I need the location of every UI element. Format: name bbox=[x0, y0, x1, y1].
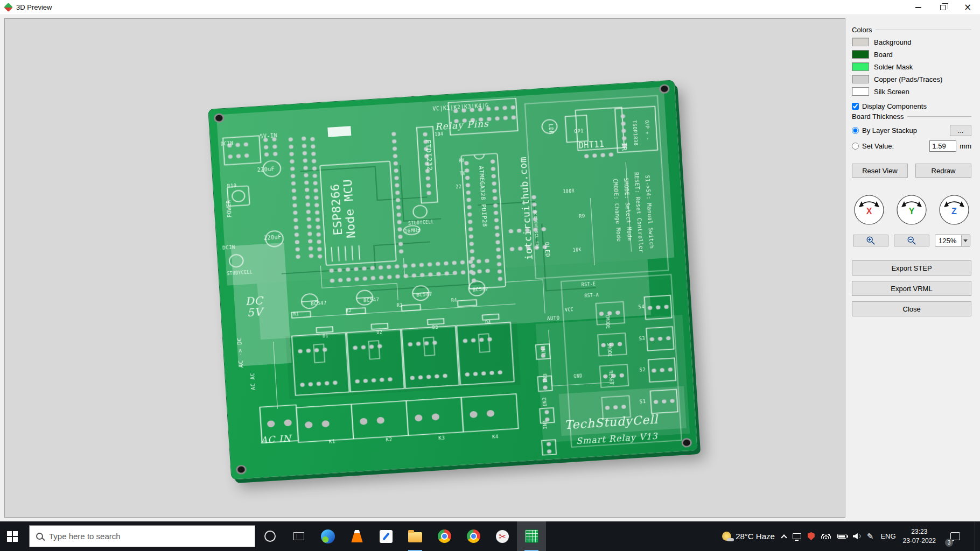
screen: 3D Preview × bbox=[0, 0, 980, 551]
redraw-button[interactable]: Redraw bbox=[915, 164, 971, 178]
clock-date: 23-07-2022 bbox=[903, 536, 936, 545]
weather-condition: Haze bbox=[756, 532, 775, 541]
battery-icon[interactable] bbox=[837, 534, 846, 539]
notification-badge: 3 bbox=[945, 539, 953, 547]
restore-button[interactable] bbox=[930, 0, 955, 15]
wifi-icon[interactable] bbox=[821, 534, 831, 539]
board-color-swatch[interactable] bbox=[852, 50, 869, 59]
color-label: Copper (Pads/Traces) bbox=[874, 75, 942, 83]
color-row-silk-screen: Silk Screen bbox=[852, 87, 971, 96]
pen-icon[interactable] bbox=[867, 532, 874, 541]
minimize-button[interactable] bbox=[906, 0, 930, 15]
paint-taskbar-button[interactable] bbox=[372, 521, 401, 551]
display-components-checkbox[interactable] bbox=[852, 103, 859, 110]
vlc-media-player-taskbar-button[interactable] bbox=[342, 521, 372, 551]
solder-mask-color-swatch[interactable] bbox=[852, 62, 869, 71]
chrome-profile-2-taskbar-button[interactable] bbox=[459, 521, 488, 551]
cortana-button[interactable] bbox=[255, 521, 284, 551]
background-color-swatch[interactable] bbox=[852, 38, 869, 46]
notification-center-button[interactable]: 3 bbox=[943, 521, 968, 551]
3d-viewport[interactable]: VC|K1|K2|K3|K4|GRelay Pins5V-INDCIN220uF… bbox=[4, 18, 845, 518]
clock[interactable]: 23:23 23-07-2022 bbox=[903, 527, 936, 545]
by-layer-stackup-option[interactable]: By Layer Stackup bbox=[852, 126, 947, 135]
stackup-options-button[interactable]: ... bbox=[950, 125, 971, 136]
weather-temp: 28°C bbox=[736, 532, 754, 541]
display-components-label: Display Components bbox=[862, 102, 927, 110]
zoom-level-dropdown[interactable]: 125% bbox=[935, 235, 970, 246]
color-row-solder-mask: Solder Mask bbox=[852, 62, 971, 71]
weather-widget[interactable]: 28°C Haze bbox=[722, 532, 775, 541]
close-icon: × bbox=[964, 3, 971, 12]
edge-taskbar-button[interactable] bbox=[313, 521, 342, 551]
monitor-icon[interactable] bbox=[793, 533, 801, 539]
display-components-row[interactable]: Display Components bbox=[852, 102, 971, 110]
silk-screen-color-swatch[interactable] bbox=[852, 87, 869, 96]
color-label: Silk Screen bbox=[874, 88, 909, 96]
zoom-level-value: 125% bbox=[935, 237, 961, 245]
language-indicator[interactable]: ENG bbox=[880, 532, 895, 540]
volume-icon[interactable] bbox=[853, 533, 860, 540]
app-logo-icon bbox=[4, 3, 13, 12]
clock-time: 23:23 bbox=[903, 527, 936, 536]
pcb-3d-preview-taskbar-button[interactable] bbox=[517, 521, 546, 551]
chrome-profile-2-icon bbox=[467, 529, 480, 543]
window-controls: × bbox=[906, 0, 980, 15]
set-value-option[interactable]: Set Value: bbox=[852, 142, 926, 150]
task-view-button[interactable] bbox=[284, 521, 313, 551]
thickness-value-input[interactable] bbox=[929, 140, 956, 152]
colors-list: BackgroundBoardSolder MaskCopper (Pads/T… bbox=[852, 38, 971, 96]
workspace: VC|K1|K2|K3|K4|GRelay Pins5V-INDCIN220uF… bbox=[0, 15, 980, 521]
pcb-graphics bbox=[208, 80, 697, 479]
edge-icon bbox=[321, 529, 335, 543]
snipping-tool-taskbar-button[interactable] bbox=[488, 521, 517, 551]
close-window-button[interactable]: × bbox=[955, 0, 980, 15]
file-explorer-taskbar-button[interactable] bbox=[401, 521, 430, 551]
color-row-copper: Copper (Pads/Traces) bbox=[852, 75, 971, 83]
rotate-y-label: Y bbox=[895, 207, 928, 216]
rotate-y-button[interactable]: Y bbox=[895, 194, 928, 226]
reset-view-button[interactable]: Reset View bbox=[852, 164, 908, 178]
colors-heading: Colors bbox=[852, 26, 971, 34]
snipping-tool-icon bbox=[496, 530, 509, 543]
color-label: Background bbox=[874, 38, 911, 46]
paint-icon bbox=[380, 530, 393, 543]
color-label: Board bbox=[874, 51, 893, 59]
rotate-controls: X Y Z bbox=[852, 194, 971, 226]
color-label: Solder Mask bbox=[874, 63, 913, 71]
windows-logo-icon bbox=[7, 531, 12, 536]
rotate-x-button[interactable]: X bbox=[853, 194, 885, 226]
zoom-in-icon bbox=[866, 236, 876, 245]
export-vrml-button[interactable]: Export VRML bbox=[852, 281, 971, 296]
chrome-taskbar-button[interactable] bbox=[430, 521, 459, 551]
zoom-out-icon bbox=[907, 236, 916, 245]
task-view-icon bbox=[293, 532, 304, 540]
zoom-out-button[interactable] bbox=[894, 235, 929, 246]
chevron-up-icon[interactable] bbox=[781, 534, 787, 540]
view-buttons-row: Reset View Redraw bbox=[852, 164, 971, 178]
by-layer-stackup-row: By Layer Stackup ... bbox=[852, 125, 971, 136]
titlebar: 3D Preview × bbox=[0, 0, 980, 15]
show-desktop-button[interactable] bbox=[975, 521, 978, 551]
minimize-icon bbox=[915, 7, 921, 8]
security-icon[interactable] bbox=[808, 532, 815, 540]
start-button[interactable] bbox=[0, 521, 29, 551]
cortana-icon bbox=[264, 531, 276, 542]
window-title: 3D Preview bbox=[16, 3, 52, 11]
search-icon bbox=[36, 533, 43, 540]
chevron-down-icon bbox=[961, 235, 970, 246]
taskbar-apps bbox=[313, 521, 546, 551]
rotate-z-button[interactable]: Z bbox=[938, 194, 970, 226]
by-layer-stackup-radio[interactable] bbox=[852, 127, 859, 134]
copper-color-swatch[interactable] bbox=[852, 75, 869, 83]
file-explorer-icon bbox=[408, 532, 422, 542]
board-thickness-heading-label: Board Thickness bbox=[852, 112, 904, 121]
color-row-background: Background bbox=[852, 38, 971, 46]
taskbar: Type here to search 28°C Haze ENG 23:23 … bbox=[0, 521, 980, 551]
taskbar-search[interactable]: Type here to search bbox=[29, 525, 255, 547]
zoom-in-button[interactable] bbox=[853, 235, 888, 246]
set-value-row: Set Value: mm bbox=[852, 140, 971, 152]
close-button[interactable]: Close bbox=[852, 301, 971, 316]
set-value-radio[interactable] bbox=[852, 143, 859, 150]
export-step-button[interactable]: Export STEP bbox=[852, 260, 971, 276]
color-row-board: Board bbox=[852, 50, 971, 59]
